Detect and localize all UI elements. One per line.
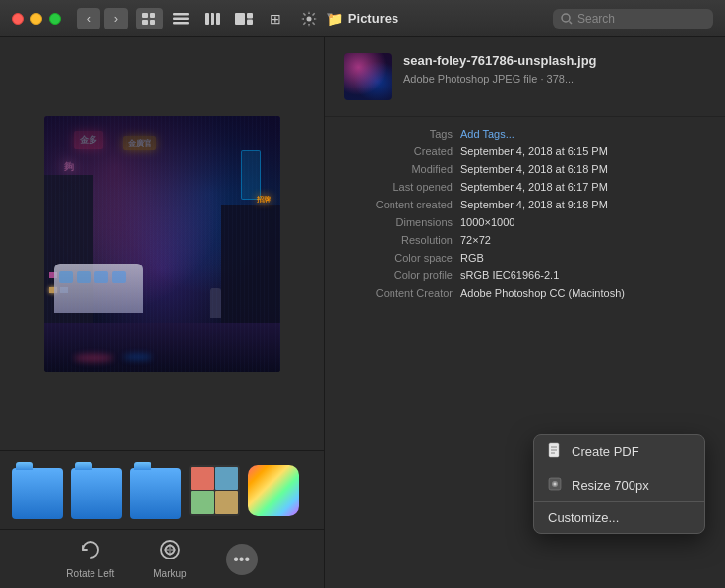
svg-rect-12	[247, 19, 253, 25]
window-title: 📁 Pictures	[327, 11, 398, 27]
icon-view-button[interactable]	[136, 8, 163, 29]
thumbnail-folder-3[interactable]	[130, 468, 181, 519]
file-header: sean-foley-761786-unsplash.jpg Adobe Pho…	[325, 37, 725, 117]
preview-image: 金多 金廣官 夠	[44, 116, 280, 372]
meta-value-last-opened: September 4, 2018 at 6:17 PM	[460, 181, 705, 193]
markup-icon	[159, 539, 181, 565]
svg-rect-6	[173, 22, 189, 25]
meta-value-created: September 4, 2018 at 6:15 PM	[460, 146, 705, 157]
meta-label-last-opened: Last opened	[344, 181, 453, 193]
meta-row-created: Created September 4, 2018 at 6:15 PM	[344, 143, 705, 160]
create-pdf-label: Create PDF	[572, 444, 639, 459]
maximize-button[interactable]	[49, 13, 61, 25]
meta-value-modified: September 4, 2018 at 6:18 PM	[460, 163, 705, 175]
forward-button[interactable]: ›	[104, 8, 128, 29]
back-button[interactable]: ‹	[77, 8, 100, 29]
file-info: sean-foley-761786-unsplash.jpg Adobe Pho…	[403, 53, 705, 85]
gallery-view-button[interactable]	[230, 8, 258, 29]
meta-value-dimensions: 1000×1000	[460, 216, 705, 228]
resize-label: Resize 700px	[572, 478, 649, 493]
meta-label-color-space: Color space	[344, 252, 453, 264]
titlebar: ‹ ›	[0, 0, 725, 37]
meta-row-color-profile: Color profile sRGB IEC61966-2.1	[344, 266, 705, 284]
meta-row-modified: Modified September 4, 2018 at 6:18 PM	[344, 160, 705, 178]
svg-rect-8	[211, 13, 214, 25]
meta-label-color-profile: Color profile	[344, 269, 453, 281]
minimize-button[interactable]	[30, 13, 42, 25]
thumbnail-folder-1[interactable]	[12, 468, 63, 519]
customize-label: Customize...	[548, 510, 619, 525]
search-icon	[561, 13, 573, 25]
meta-label-content-created: Content created	[344, 199, 453, 210]
resize-icon	[548, 477, 562, 494]
folder-icon: 📁	[327, 11, 343, 27]
rotate-left-icon	[80, 539, 101, 565]
nav-buttons: ‹ ›	[77, 8, 128, 29]
thumbnail-strip	[0, 450, 324, 529]
meta-value-color-space: RGB	[460, 252, 705, 264]
svg-point-14	[562, 14, 570, 22]
meta-row-tags: Tags Add Tags...	[344, 125, 705, 143]
meta-value-content-created: September 4, 2018 at 9:18 PM	[460, 199, 705, 210]
meta-value-color-profile: sRGB IEC61966-2.1	[460, 269, 705, 281]
context-menu: Create PDF Resize 700px Customize...	[533, 434, 705, 534]
settings-button[interactable]	[295, 8, 323, 29]
search-input[interactable]	[577, 12, 705, 26]
meta-label-modified: Modified	[344, 163, 453, 175]
meta-label-created: Created	[344, 146, 453, 157]
file-type: Adobe Photoshop JPEG file · 378...	[403, 73, 705, 85]
svg-rect-2	[142, 20, 148, 25]
neon-bar-1	[241, 150, 261, 200]
file-thumbnail	[344, 53, 392, 100]
column-view-button[interactable]	[199, 8, 226, 29]
left-panel: 金多 金廣官 夠	[0, 37, 325, 588]
meta-row-color-space: Color space RGB	[344, 249, 705, 266]
markup-label: Markup	[153, 568, 186, 579]
svg-rect-3	[150, 20, 155, 25]
svg-point-23	[554, 483, 557, 486]
thumbnail-collage[interactable]	[189, 465, 240, 516]
file-name: sean-foley-761786-unsplash.jpg	[403, 53, 705, 70]
preview-area: 金多 金廣官 夠	[0, 37, 324, 450]
svg-rect-9	[216, 13, 220, 25]
thumbnail-folder-2[interactable]	[71, 468, 122, 519]
collage-cell-1	[191, 467, 214, 491]
file-thumb-inner	[344, 53, 392, 100]
meta-row-content-created: Content created September 4, 2018 at 9:1…	[344, 196, 705, 213]
svg-rect-10	[235, 13, 245, 25]
svg-rect-1	[150, 13, 155, 18]
svg-point-13	[307, 16, 312, 21]
meta-row-last-opened: Last opened September 4, 2018 at 6:17 PM	[344, 178, 705, 196]
arrange-button[interactable]: ⊞	[262, 8, 289, 29]
traffic-lights	[12, 13, 61, 25]
svg-line-15	[570, 21, 573, 24]
list-view-button[interactable]	[167, 8, 195, 29]
neon-text-small: 招牌	[257, 195, 271, 205]
bottom-toolbar: Rotate Left Markup •••	[0, 529, 324, 588]
meta-label-content-creator: Content Creator	[344, 287, 453, 299]
svg-rect-0	[142, 13, 148, 18]
rotate-left-label: Rotate Left	[66, 568, 114, 579]
context-menu-create-pdf[interactable]: Create PDF	[534, 435, 704, 469]
collage-cell-3	[191, 491, 214, 514]
svg-rect-11	[247, 13, 253, 19]
svg-rect-7	[205, 13, 209, 25]
svg-rect-4	[173, 13, 189, 16]
context-menu-customize[interactable]: Customize...	[534, 502, 704, 533]
view-options: ⊞	[136, 8, 289, 29]
meta-row-resolution: Resolution 72×72	[344, 231, 705, 249]
context-menu-resize[interactable]: Resize 700px	[534, 469, 704, 501]
meta-value-tags[interactable]: Add Tags...	[460, 128, 705, 140]
more-options-button[interactable]: •••	[226, 544, 258, 575]
close-button[interactable]	[12, 13, 24, 25]
markup-button[interactable]: Markup	[153, 539, 186, 579]
meta-value-resolution: 72×72	[460, 234, 705, 246]
meta-label-dimensions: Dimensions	[344, 216, 453, 228]
meta-label-tags: Tags	[344, 128, 453, 140]
image-content: 金多 金廣官 夠	[44, 116, 280, 372]
meta-value-content-creator: Adobe Photoshop CC (Macintosh)	[460, 287, 705, 299]
rotate-left-button[interactable]: Rotate Left	[66, 539, 114, 579]
search-box[interactable]	[553, 9, 713, 29]
thumbnail-photos-app[interactable]	[248, 465, 299, 516]
main-area: 金多 金廣官 夠	[0, 37, 725, 588]
